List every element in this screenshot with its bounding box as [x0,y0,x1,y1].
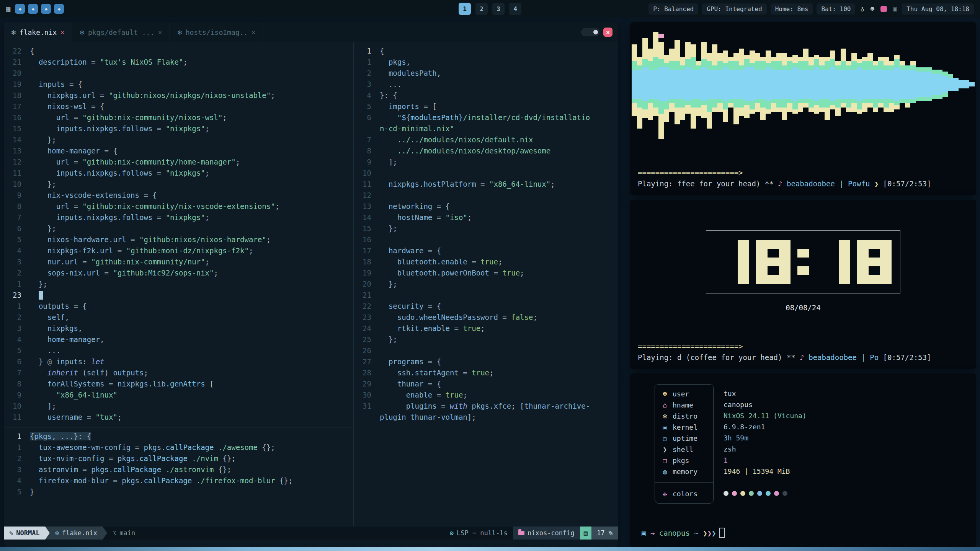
code-line[interactable]: 13 networking = { [354,201,618,212]
screenshot-icon[interactable]: ▣ [893,5,897,13]
titlebar-toggle-button[interactable] [581,28,599,36]
code-line[interactable]: 29 thunar = { [354,378,618,389]
code-line[interactable]: 21 [354,289,618,300]
code-line[interactable]: 14 hostName = "iso"; [354,212,618,223]
code-line[interactable]: 25 }; [354,334,618,345]
code-line[interactable]: 3 nur.url = "github:nix-community/nur"; [4,256,353,267]
code-line[interactable]: 1 outputs = { [4,300,353,311]
code-line[interactable]: 6 } @ inputs: let [4,356,353,367]
code-line[interactable]: 10 ]; [4,400,353,411]
code-line[interactable]: 5 imports = [ [354,101,618,112]
tab-hosts-isoimag-[interactable]: ❄hosts/isoImag..× [170,22,263,42]
music-visualizer-window[interactable]: =======================> Playing: ffee f… [630,22,976,195]
code-line[interactable]: 19 bluetooth.powerOnBoot = true; [354,267,618,278]
recording-icon[interactable] [880,6,887,12]
tab-close-icon[interactable]: × [158,29,162,36]
code-line[interactable]: 9 nix-vscode-extensions = { [4,189,353,201]
code-line[interactable]: 9 ]; [354,156,618,167]
shell-prompt[interactable]: ▣ → canopus ~ ❯❯❯ [642,528,725,538]
code-line[interactable]: 17 hardware = { [354,245,618,256]
code-line[interactable]: 7 inputs.nixpkgs.follows = "nixpkgs"; [4,212,353,223]
command-line[interactable] [4,540,618,547]
code-line[interactable]: 2 self, [4,311,353,323]
code-line[interactable]: 18 bluetooth.enable = true; [354,256,618,267]
code-line[interactable]: 15 }; [354,223,618,234]
code-line[interactable]: n-cd-minimal.nix" [354,123,618,134]
code-line[interactable]: 27 programs = { [354,356,618,367]
taskbar-app-4-icon[interactable]: ❖ [54,4,64,14]
code-line[interactable]: 9 "x86_64-linux" [4,389,353,400]
code-line[interactable]: 3 nixpkgs, [4,323,353,334]
code-line[interactable]: 12 [354,189,618,201]
tab-close-icon[interactable]: × [252,29,255,36]
code-line[interactable]: 1{ [354,45,618,56]
ghost-icon[interactable]: ☻ [871,5,874,13]
workspace-tag-1[interactable]: 1 [459,3,471,15]
code-line[interactable]: 4 nixpkgs-f2k.url = "github:moni-dz/nixp… [4,245,353,256]
code-line[interactable]: 13 home-manager = { [4,145,353,156]
code-line[interactable]: 11 inputs.nixpkgs.follows = "nixpkgs"; [4,167,353,178]
code-line[interactable]: 10 [354,167,618,178]
tab-pkgs-default-[interactable]: ❄pkgs/default ...× [72,22,170,42]
code-line[interactable]: 6 "${modulesPath}/installer/cd-dvd/insta… [354,112,618,123]
code-line[interactable]: 15 inputs.nixpkgs.follows = "nixpkgs"; [4,123,353,134]
code-line[interactable]: 8 forAllSystems = nixpkgs.lib.genAttrs [ [4,378,353,389]
editor-pane-iso-image[interactable]: 1{1 pkgs,2 modulesPath,3 ...4}: {5 impor… [354,42,618,422]
code-line[interactable]: 4 home-manager, [4,334,353,345]
editor-pane-pkgs-default[interactable]: 1{pkgs, ...}: {1 tux-awesome-wm-config =… [4,427,353,527]
code-line[interactable]: 18 nixpkgs.url = "github:nixos/nixpkgs/n… [4,90,353,101]
code-line[interactable]: 23 [4,289,353,300]
code-line[interactable]: 24 rtkit.enable = true; [354,323,618,334]
code-line[interactable]: 2 modulesPath, [354,67,618,78]
code-line[interactable]: 1{pkgs, ...}: { [4,430,353,442]
code-line[interactable]: 21 description = "tux's NixOS Flake"; [4,56,353,67]
code-line[interactable]: 1 tux-awesome-wm-config = pkgs.callPacka… [4,442,353,453]
code-line[interactable]: 22{ [4,45,353,56]
clock-window[interactable]: 08/08/24 =======================> Playin… [630,200,976,369]
code-line[interactable]: 28 ssh.startAgent = true; [354,367,618,378]
code-line[interactable]: 11 nixpkgs.hostPlatform = "x86_64-linux"… [354,178,618,189]
code-line[interactable]: 6 }; [4,223,353,234]
code-line[interactable]: 26 [354,345,618,356]
editor-pane-flake[interactable]: 22{21 description = "tux's NixOS Flake";… [4,42,353,427]
code-line[interactable]: 30 enable = true; [354,389,618,400]
fetch-terminal-window[interactable]: ☻user⌂hname❄distro▣kernel◷uptime❯shell❒p… [630,373,976,547]
code-line[interactable]: 7 inherit (self) outputs; [4,367,353,378]
code-line[interactable]: 8 ../../modules/nixos/desktop/awesome [354,145,618,156]
code-line[interactable]: 16 [354,234,618,245]
git-branch[interactable]: ⌥ main [107,527,140,540]
code-line[interactable]: 20 }; [354,278,618,289]
taskbar-app-2-icon[interactable]: ❖ [28,4,38,14]
code-line[interactable]: 12 url = "github:nix-community/home-mana… [4,156,353,167]
code-line[interactable]: 31 plugins = with pkgs.xfce; [thunar-arc… [354,400,618,411]
code-line[interactable]: 3 ... [354,78,618,90]
workspace-tag-4[interactable]: 4 [509,3,521,15]
window-close-button[interactable]: × [603,28,612,37]
code-line[interactable]: 2 tux-nvim-config = pkgs.callPackage ./n… [4,453,353,464]
code-line[interactable]: 2 sops-nix.url = "github:Mic92/sops-nix"… [4,267,353,278]
code-line[interactable]: 11 username = "tux"; [4,411,353,422]
code-line[interactable]: 5} [4,486,353,497]
code-line[interactable]: 1 }; [4,278,353,289]
code-line[interactable]: 14 }; [4,134,353,145]
code-line[interactable]: 22 security = { [354,300,618,311]
code-line[interactable]: 10 }; [4,178,353,189]
workspace-tag-3[interactable]: 3 [492,3,505,15]
tab-flake-nix[interactable]: ❄flake.nix× [4,22,72,42]
taskbar-app-1-icon[interactable]: ❖ [15,4,25,14]
code-line[interactable]: 8 url = "github:nix-community/nix-vscode… [4,201,353,212]
network-icon[interactable]: ♁ [860,5,864,13]
code-line[interactable]: 5 ... [4,345,353,356]
code-line[interactable]: 7 ../../modules/nixos/default.nix [354,134,618,145]
code-line[interactable]: 4 firefox-mod-blur = pkgs.callPackage ./… [4,475,353,486]
code-line[interactable]: 16 url = "github:nix-community/nixos-wsl… [4,112,353,123]
code-line[interactable]: 20 [4,67,353,78]
code-line[interactable]: 17 nixos-wsl = { [4,101,353,112]
code-line[interactable]: plugin thunar-volman]; [354,411,618,422]
code-line[interactable]: 1 pkgs, [354,56,618,67]
taskbar-app-3-icon[interactable]: ❖ [41,4,51,14]
code-line[interactable]: 3 astronvim = pkgs.callPackage ./astronv… [4,464,353,475]
code-line[interactable]: 19 inputs = { [4,78,353,90]
workspace-tag-2[interactable]: 2 [475,3,488,15]
tab-close-icon[interactable]: × [60,29,64,36]
